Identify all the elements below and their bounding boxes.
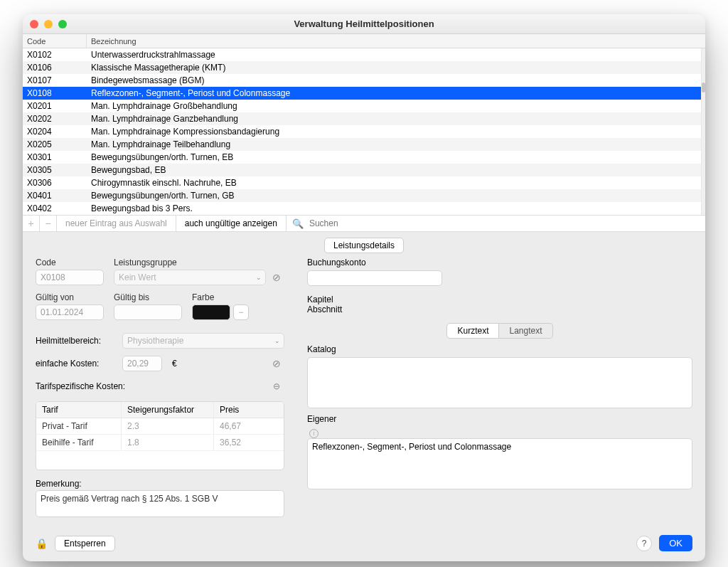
zoom-window-icon[interactable] xyxy=(58,20,67,28)
tarif-factor: 2.3 xyxy=(122,418,214,434)
tarif-row[interactable]: Beihilfe - Tarif1.836,52 xyxy=(36,435,284,451)
tarifkosten-minus-icon[interactable]: ⊖ xyxy=(269,378,284,394)
cell-code: X0401 xyxy=(23,191,87,201)
new-from-selection-button[interactable]: neuer Eintrag aus Auswahl xyxy=(57,216,176,231)
leistungsgruppe-select[interactable]: Kein Wert xyxy=(114,270,266,285)
gueltig-von-input[interactable] xyxy=(36,304,104,320)
cell-code: X0202 xyxy=(23,114,87,124)
titlebar: Verwaltung Heilmittelpositionen xyxy=(23,14,705,34)
eigener-textbox[interactable]: Reflexzonen-, Segment-, Periost und Colo… xyxy=(307,438,692,489)
leistungsgruppe-clear-icon[interactable]: ⊘ xyxy=(269,270,284,285)
entsperren-button[interactable]: Entsperren xyxy=(55,536,115,551)
tarif-header-faktor: Steigerungsfaktor xyxy=(122,402,214,418)
einfache-kosten-clear-icon[interactable]: ⊘ xyxy=(269,356,284,371)
cell-code: X0201 xyxy=(23,101,87,111)
tab-kurztext[interactable]: Kurztext xyxy=(446,323,499,339)
tarif-name: Beihilfe - Tarif xyxy=(36,435,122,450)
search-container: 🔍 xyxy=(287,216,705,231)
help-button[interactable]: ? xyxy=(636,536,652,551)
cell-name: Bewegungsbad, EB xyxy=(87,165,705,175)
cell-name: Man. Lymphdrainage Teilbehandlung xyxy=(87,139,705,149)
column-header-code[interactable]: Code xyxy=(23,34,87,48)
table-row[interactable]: X0108Reflexzonen-, Segment-, Periost und… xyxy=(23,87,705,100)
cell-name: Chirogymnastik einschl. Nachruhe, EB xyxy=(87,178,705,188)
details-panel: Leistungsdetails Code Leistungsgruppe xyxy=(23,232,705,528)
table-row[interactable]: X0204Man. Lymphdrainage Kompressionsband… xyxy=(23,125,705,138)
farbe-clear-button[interactable]: − xyxy=(233,304,249,320)
table-scrollbar[interactable] xyxy=(701,48,705,215)
heilmittelbereich-select[interactable]: Physiotherapie xyxy=(122,333,284,349)
cell-code: X0306 xyxy=(23,178,87,188)
cell-name: Bewegungsübungen/orth. Turnen, GB xyxy=(87,191,705,201)
bemerkung-label: Bemerkung: xyxy=(36,479,284,489)
table-row[interactable]: X0102Unterwasserdruckstrahlmassage xyxy=(23,48,705,61)
cell-name: Man. Lymphdrainage Großbehandlung xyxy=(87,101,705,111)
search-icon: 🔍 xyxy=(292,218,304,229)
table-row[interactable]: X0401Bewegungsübungen/orth. Turnen, GB xyxy=(23,189,705,202)
table-row[interactable]: X0106Klassische Massagetherapie (KMT) xyxy=(23,61,705,74)
tarif-table: Tarif Steigerungsfaktor Preis Privat - T… xyxy=(36,401,284,470)
cell-code: X0205 xyxy=(23,139,87,149)
table-body[interactable]: X0102UnterwasserdruckstrahlmassageX0106K… xyxy=(23,48,705,215)
scroll-thumb[interactable] xyxy=(702,83,705,92)
table-row[interactable]: X0306Chirogymnastik einschl. Nachruhe, E… xyxy=(23,176,705,189)
add-button[interactable]: + xyxy=(23,216,40,231)
table-row[interactable]: X0402Bewegungsbad bis 3 Pers. xyxy=(23,202,705,215)
cell-code: X0402 xyxy=(23,203,87,213)
leistungsdetails-tab[interactable]: Leistungsdetails xyxy=(324,238,404,253)
buchungskonto-label: Buchungskonto xyxy=(307,258,692,267)
heilmittelbereich-label: Heilmittelbereich: xyxy=(36,336,112,346)
cell-code: X0102 xyxy=(23,50,87,60)
app-window: Verwaltung Heilmittelpositionen Code Bez… xyxy=(23,14,705,561)
cell-name: Bewegungsübungen/orth. Turnen, EB xyxy=(87,152,705,162)
code-label: Code xyxy=(36,258,104,267)
code-input[interactable] xyxy=(36,270,104,285)
remove-button[interactable]: − xyxy=(40,216,57,231)
table-row[interactable]: X0201Man. Lymphdrainage Großbehandlung xyxy=(23,100,705,112)
katalog-label: Katalog xyxy=(307,344,692,354)
cell-name: Bindegewebsmassage (BGM) xyxy=(87,75,705,85)
window-title: Verwaltung Heilmittelpositionen xyxy=(23,18,705,29)
leistungsgruppe-label: Leistungsgruppe xyxy=(114,258,284,267)
close-window-icon[interactable] xyxy=(30,20,38,28)
eigener-label: Eigener xyxy=(307,414,692,424)
tarif-factor: 1.8 xyxy=(122,435,214,450)
einfache-kosten-label: einfache Kosten: xyxy=(36,359,112,369)
table-row[interactable]: X0202Man. Lymphdrainage Ganzbehandlung xyxy=(23,112,705,125)
show-invalid-button[interactable]: auch ungültige anzeigen xyxy=(176,216,287,231)
cell-name: Man. Lymphdrainage Ganzbehandlung xyxy=(87,114,705,124)
tarif-row[interactable]: Privat - Tarif2.346,67 xyxy=(36,418,284,435)
column-header-name[interactable]: Bezeichnung xyxy=(87,34,705,48)
gueltig-bis-input[interactable] xyxy=(114,304,182,320)
katalog-textbox[interactable] xyxy=(307,357,692,408)
details-right-column: Buchungskonto Kapitel Abschnitt Kurztext… xyxy=(307,258,692,519)
bemerkung-textarea[interactable]: Preis gemäß Vertrag nach § 125 Abs. 1 SG… xyxy=(36,490,284,517)
gueltig-bis-label: Gültig bis xyxy=(114,292,182,302)
table-row[interactable]: X0305Bewegungsbad, EB xyxy=(23,164,705,176)
table-row[interactable]: X0301Bewegungsübungen/orth. Turnen, EB xyxy=(23,151,705,164)
table-row[interactable]: X0205Man. Lymphdrainage Teilbehandlung xyxy=(23,138,705,151)
cell-name: Unterwasserdruckstrahlmassage xyxy=(87,50,705,60)
lock-icon[interactable]: 🔒 xyxy=(36,538,48,549)
buchungskonto-input[interactable] xyxy=(307,270,442,286)
footer: 🔒 Entsperren ? OK xyxy=(23,528,705,561)
ok-button[interactable]: OK xyxy=(659,535,692,551)
cell-code: X0106 xyxy=(23,63,87,73)
cell-code: X0108 xyxy=(23,88,87,98)
minimize-window-icon[interactable] xyxy=(44,20,53,28)
cell-name: Man. Lymphdrainage Kompressionsbandagier… xyxy=(87,127,705,137)
traffic-lights xyxy=(30,20,67,28)
cell-code: X0107 xyxy=(23,75,87,85)
cell-code: X0204 xyxy=(23,127,87,137)
info-icon[interactable]: i xyxy=(309,429,318,438)
tab-langtext[interactable]: Langtext xyxy=(499,323,552,339)
tarifkosten-label: Tarifspezifische Kosten: xyxy=(36,381,125,391)
einfache-kosten-input[interactable] xyxy=(122,356,162,371)
table-toolbar: + − neuer Eintrag aus Auswahl auch ungül… xyxy=(23,215,705,232)
gueltig-von-label: Gültig von xyxy=(36,292,104,302)
farbe-swatch[interactable] xyxy=(192,304,230,320)
currency-label: € xyxy=(172,359,177,369)
search-input[interactable] xyxy=(308,218,700,229)
cell-name: Reflexzonen-, Segment-, Periost und Colo… xyxy=(87,88,705,98)
table-row[interactable]: X0107Bindegewebsmassage (BGM) xyxy=(23,74,705,87)
